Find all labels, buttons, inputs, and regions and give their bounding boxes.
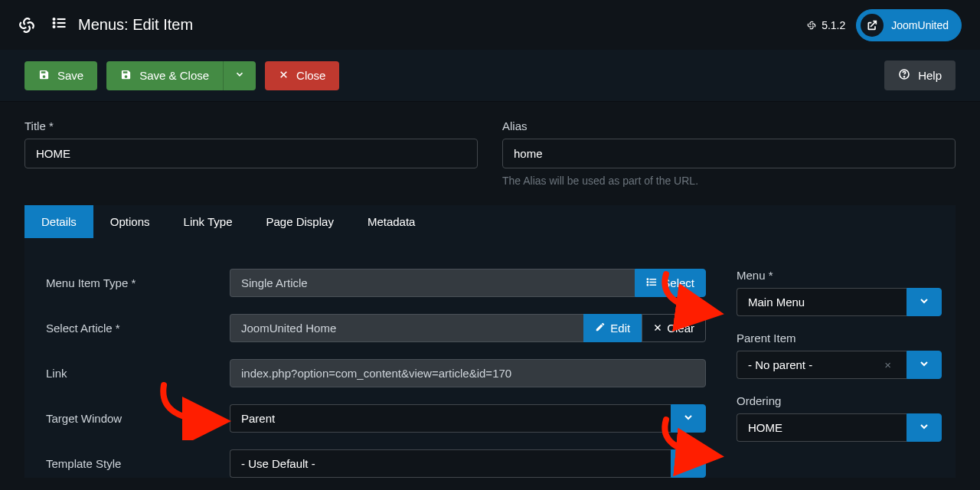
parent-group: Parent Item - No parent - × (737, 332, 942, 379)
help-icon (898, 68, 910, 83)
svg-point-12 (648, 281, 648, 282)
close-icon (279, 69, 289, 82)
template-style-caret[interactable] (671, 449, 706, 478)
template-style-select[interactable]: - Use Default - (230, 449, 706, 478)
ordering-caret[interactable] (906, 413, 942, 442)
ordering-group: Ordering HOME (737, 394, 942, 442)
actionbar-primary: Save Save & Close Close (24, 61, 339, 90)
parent-body: - No parent - × (737, 351, 906, 379)
chevron-down-icon (682, 411, 694, 426)
tabs: Details Options Link Type Page Display M… (24, 205, 956, 238)
panel-left: Menu Item Type * Single Article Select S… (46, 269, 706, 478)
panel-body: Menu Item Type * Single Article Select S… (24, 238, 956, 478)
joomla-logo-icon (15, 14, 38, 37)
ordering-label: Ordering (737, 394, 942, 407)
tab-link-type[interactable]: Link Type (167, 205, 250, 238)
alias-input[interactable] (502, 139, 956, 168)
chevron-down-icon (234, 69, 245, 82)
parent-label: Parent Item (737, 332, 942, 345)
menu-item-type-label: Menu Item Type * (46, 276, 222, 289)
template-style-value: - Use Default - (230, 449, 671, 478)
parent-value: - No parent - (748, 358, 812, 371)
title-input[interactable] (24, 139, 478, 168)
ordering-value: HOME (737, 413, 906, 442)
link-value: index.php?option=com_content&view=articl… (230, 359, 706, 387)
row-link: Link index.php?option=com_content&view=a… (46, 359, 706, 387)
menu-item-type-control: Single Article Select (230, 269, 706, 297)
version-indicator[interactable]: 5.1.2 (806, 19, 845, 31)
svg-point-10 (648, 279, 648, 279)
save-close-button[interactable]: Save & Close (106, 61, 223, 90)
alias-helper: The Alias will be used as part of the UR… (502, 175, 956, 187)
target-window-label: Target Window (46, 412, 222, 425)
chevron-down-icon (682, 456, 694, 471)
actionbar: Save Save & Close Close Help (0, 50, 980, 101)
row-select-article: Select Article * JoomUnited Home Edit Cl… (46, 314, 706, 342)
page-title: Menus: Edit Item (52, 15, 193, 34)
tab-metadata[interactable]: Metadata (351, 205, 433, 238)
link-control: index.php?option=com_content&view=articl… (230, 359, 706, 387)
site-link-button[interactable]: JoomUnited (856, 9, 962, 41)
chevron-down-icon (918, 295, 930, 309)
parent-select[interactable]: - No parent - × (737, 351, 942, 379)
ordering-select[interactable]: HOME (737, 413, 942, 442)
close-button[interactable]: Close (265, 61, 339, 90)
alias-group: Alias The Alias will be used as part of … (502, 119, 956, 187)
version-text: 5.1.2 (822, 19, 845, 31)
link-label: Link (46, 367, 222, 380)
row-menu-item-type: Menu Item Type * Single Article Select (46, 269, 706, 297)
svg-point-9 (904, 77, 905, 77)
edit-label: Edit (610, 322, 630, 335)
menu-group: Menu * Main Menu (737, 269, 942, 316)
edit-article-button[interactable]: Edit (583, 314, 642, 342)
row-target-window: Target Window Parent (46, 404, 706, 433)
save-button[interactable]: Save (24, 61, 97, 90)
tab-details[interactable]: Details (24, 205, 93, 238)
title-alias-row: Title * Alias The Alias will be used as … (0, 101, 980, 187)
help-button[interactable]: Help (884, 60, 956, 90)
topbar: Menus: Edit Item 5.1.2 JoomUnited (0, 0, 980, 50)
external-link-icon (861, 14, 884, 37)
clear-label: Clear (667, 322, 694, 335)
save-dropdown-toggle[interactable] (223, 61, 256, 90)
site-link-label: JoomUnited (891, 19, 949, 31)
menu-value: Main Menu (737, 288, 906, 316)
row-template-style: Template Style - Use Default - (46, 449, 706, 478)
menu-caret[interactable] (906, 288, 942, 316)
tabs-panel: Details Options Link Type Page Display M… (24, 205, 956, 478)
chevron-down-icon (918, 358, 930, 372)
tab-page-display[interactable]: Page Display (250, 205, 351, 238)
topbar-left: Menus: Edit Item (15, 14, 193, 37)
svg-point-14 (648, 284, 648, 285)
title-group: Title * (24, 119, 478, 187)
menu-select[interactable]: Main Menu (737, 288, 942, 316)
menu-label: Menu * (737, 269, 942, 282)
target-window-select[interactable]: Parent (230, 404, 706, 433)
save-icon (120, 69, 132, 83)
select-article-label: Select Article * (46, 322, 222, 335)
clear-article-button[interactable]: Clear (642, 314, 706, 342)
save-icon (38, 69, 50, 83)
page-title-text: Menus: Edit Item (78, 16, 193, 34)
save-close-label: Save & Close (139, 69, 209, 82)
clear-parent-icon[interactable]: × (880, 358, 896, 371)
select-type-label: Select (662, 276, 694, 289)
menu-item-type-value: Single Article (230, 269, 635, 297)
list-icon (52, 15, 67, 34)
edit-icon (595, 322, 606, 335)
chevron-down-icon (918, 420, 930, 435)
topbar-right: 5.1.2 JoomUnited (806, 9, 962, 41)
svg-point-4 (54, 26, 55, 28)
svg-point-2 (54, 22, 55, 24)
panel-right: Menu * Main Menu Parent Item - No parent… (737, 269, 942, 478)
tab-options[interactable]: Options (93, 205, 167, 238)
select-article-control: JoomUnited Home Edit Clear (230, 314, 706, 342)
list-icon (646, 276, 658, 290)
title-label: Title * (24, 119, 478, 132)
save-close-group: Save & Close (106, 61, 256, 90)
close-label: Close (296, 69, 325, 82)
parent-caret[interactable] (906, 351, 942, 379)
target-window-caret[interactable] (671, 404, 706, 433)
select-type-button[interactable]: Select (635, 269, 706, 297)
save-label: Save (57, 69, 83, 82)
